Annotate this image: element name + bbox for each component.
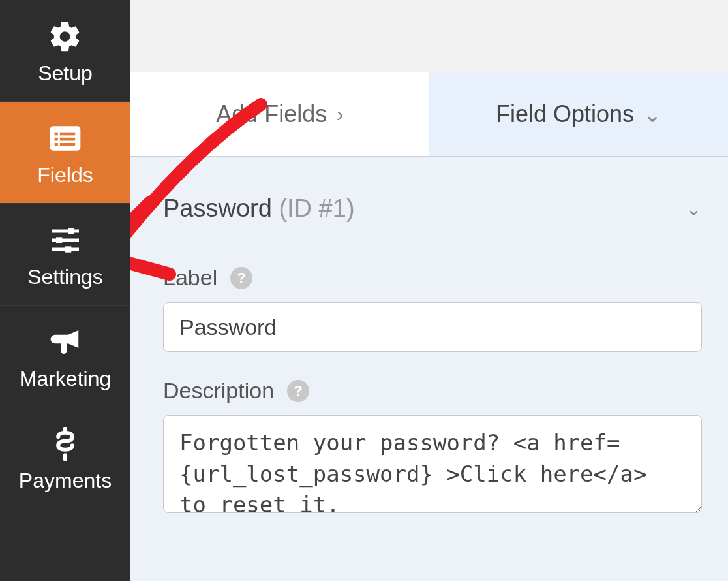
sidebar: Setup Fields Settings Marketing Payments [0, 0, 130, 581]
help-icon[interactable]: ? [230, 267, 252, 289]
svg-rect-6 [60, 143, 75, 146]
dollar-icon [47, 426, 83, 462]
description-heading: Description [163, 378, 274, 403]
description-row: Description ? [163, 378, 702, 403]
list-icon [47, 120, 83, 157]
sidebar-item-settings[interactable]: Settings [0, 204, 130, 306]
sidebar-label-payments: Payments [19, 469, 112, 493]
chevron-right-icon: › [336, 101, 343, 127]
sidebar-item-setup[interactable]: Setup [0, 0, 130, 102]
svg-rect-4 [60, 138, 75, 141]
main-area: Add Fields › Field Options ⌄ Password (I… [130, 0, 728, 581]
chevron-down-icon: ⌄ [686, 197, 702, 220]
tabs-row: Add Fields › Field Options ⌄ [130, 72, 728, 157]
svg-rect-5 [55, 143, 58, 146]
chevron-down-icon: ⌄ [643, 101, 661, 127]
svg-rect-12 [65, 246, 71, 252]
tab-add-fields-label: Add Fields [216, 101, 327, 128]
svg-rect-10 [56, 237, 62, 243]
svg-rect-1 [55, 133, 58, 136]
tab-add-fields[interactable]: Add Fields › [130, 72, 429, 156]
label-input[interactable] [163, 302, 702, 352]
field-options-panel: Password (ID #1) ⌄ Label ? Description ? [130, 157, 728, 581]
field-section-title: Password (ID #1) [163, 195, 355, 223]
description-textarea[interactable] [163, 415, 702, 513]
label-row: Label ? [163, 265, 702, 290]
gear-icon [47, 18, 83, 55]
sidebar-label-settings: Settings [27, 265, 103, 289]
field-id: (ID #1) [279, 195, 354, 222]
sidebar-label-marketing: Marketing [20, 367, 112, 391]
topbar [130, 0, 728, 72]
svg-rect-8 [68, 228, 74, 234]
field-section-header[interactable]: Password (ID #1) ⌄ [163, 195, 702, 240]
tab-field-options[interactable]: Field Options ⌄ [429, 72, 728, 156]
sliders-icon [47, 222, 83, 259]
field-name: Password [163, 195, 272, 222]
sidebar-item-marketing[interactable]: Marketing [0, 306, 130, 407]
sidebar-item-fields[interactable]: Fields [0, 102, 130, 204]
sidebar-label-setup: Setup [38, 61, 93, 86]
tab-field-options-label: Field Options [496, 101, 634, 128]
sidebar-item-payments[interactable]: Payments [0, 407, 130, 509]
bullhorn-icon [47, 324, 83, 360]
svg-rect-3 [55, 138, 58, 141]
label-heading: Label [163, 265, 217, 290]
svg-rect-2 [60, 133, 75, 136]
sidebar-label-fields: Fields [37, 163, 93, 187]
help-icon[interactable]: ? [287, 380, 309, 402]
